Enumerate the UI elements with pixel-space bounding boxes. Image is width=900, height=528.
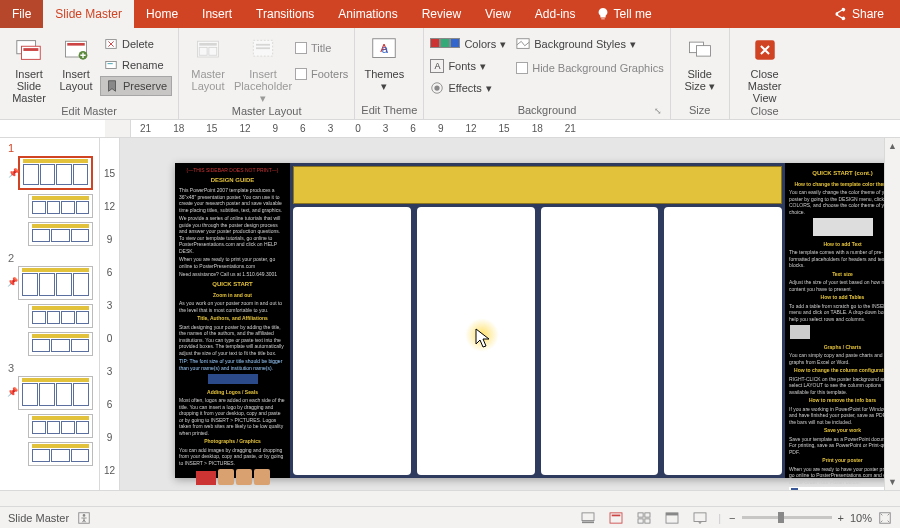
ruler-horizontal: 21181512963036912151821 (0, 120, 900, 138)
zoom-out-button[interactable]: − (729, 512, 735, 524)
layout-icon (62, 36, 90, 64)
ribbon: Insert Slide Master Insert Layout Delete… (0, 28, 900, 120)
title-checkbox[interactable]: Title (295, 38, 348, 58)
tell-me[interactable]: Tell me (596, 0, 652, 28)
effects-dropdown[interactable]: Effects ▾ (430, 78, 506, 98)
scroll-up-icon[interactable]: ▲ (885, 138, 900, 154)
insert-slide-master-button[interactable]: Insert Slide Master (6, 32, 52, 104)
insert-layout-button[interactable]: Insert Layout (56, 32, 96, 92)
bg-styles-icon (516, 37, 530, 51)
placeholder-icon (249, 36, 277, 64)
thumbnail-layout-2a[interactable] (28, 304, 93, 328)
poster-title-bar[interactable] (293, 166, 782, 204)
thumbnail-master-1[interactable]: 📌 (18, 156, 93, 190)
dialog-launcher-icon[interactable]: ⤡ (654, 104, 662, 118)
thumbnail-layout-1a[interactable] (28, 194, 93, 218)
tab-animations[interactable]: Animations (326, 0, 409, 28)
svg-rect-30 (612, 514, 621, 516)
thumbnail-pane[interactable]: 1 📌 2 📌 3 📌 (0, 138, 100, 490)
slide-size-button[interactable]: Slide Size ▾ (677, 32, 723, 92)
preserve-button[interactable]: Preserve (100, 76, 172, 96)
close-icon (752, 37, 778, 63)
footers-checkbox[interactable]: Footers (295, 64, 348, 84)
themes-button[interactable]: Aa Themes▾ (361, 32, 407, 92)
close-master-view-button[interactable]: Close Master View (736, 32, 794, 104)
svg-rect-10 (199, 43, 217, 46)
poster-column[interactable] (541, 207, 659, 475)
tab-insert[interactable]: Insert (190, 0, 244, 28)
rename-button[interactable]: Rename (100, 55, 172, 75)
thumbnail-layout-3b[interactable] (28, 442, 93, 466)
slide[interactable]: (—THIS SIDEBAR DOES NOT PRINT—) DESIGN G… (175, 163, 884, 478)
svg-rect-37 (694, 512, 706, 521)
thumbnail-master-2[interactable]: 📌 (18, 266, 93, 300)
reading-view-button[interactable] (662, 510, 682, 526)
svg-rect-36 (666, 512, 678, 515)
svg-rect-34 (645, 518, 650, 522)
tab-file[interactable]: File (0, 0, 43, 28)
sorter-view-button[interactable] (634, 510, 654, 526)
checkbox-icon (516, 62, 528, 74)
tab-slide-master[interactable]: Slide Master (43, 0, 134, 28)
fonts-icon: A (430, 59, 444, 73)
svg-point-20 (435, 85, 440, 90)
svg-point-26 (83, 514, 86, 517)
share-label: Share (852, 7, 884, 21)
group-size-label: Size (677, 103, 723, 119)
group-edit-master-label: Edit Master (6, 104, 172, 119)
thumbnail-layout-3a[interactable] (28, 414, 93, 438)
svg-rect-4 (67, 43, 85, 46)
svg-rect-28 (582, 521, 594, 523)
delete-button[interactable]: Delete (100, 34, 172, 54)
thumbnail-master-3[interactable]: 📌 (18, 376, 93, 410)
poster-column[interactable] (417, 207, 535, 475)
zoom-slider[interactable] (742, 516, 832, 519)
poster-column[interactable] (293, 207, 411, 475)
svg-rect-27 (582, 512, 594, 520)
thumbnail-layout-1b[interactable] (28, 222, 93, 246)
background-styles-dropdown[interactable]: Background Styles ▾ (516, 34, 663, 54)
poster-column[interactable] (664, 207, 782, 475)
status-bar: Slide Master | − + 10% (0, 506, 900, 528)
preserve-icon (105, 79, 119, 93)
svg-rect-32 (645, 512, 650, 516)
accessibility-icon[interactable] (77, 511, 91, 525)
svg-rect-33 (638, 518, 643, 522)
zoom-in-button[interactable]: + (838, 512, 844, 524)
thumb-number: 2 (4, 252, 95, 264)
slide-size-icon (685, 36, 715, 64)
share-icon (832, 7, 846, 21)
master-layout-icon (194, 36, 222, 64)
fit-to-window-button[interactable] (878, 511, 892, 525)
colors-dropdown[interactable]: Colors ▾ (430, 34, 506, 54)
rename-icon (104, 58, 118, 72)
scrollbar-vertical[interactable]: ▲ ▼ (884, 138, 900, 490)
svg-rect-15 (256, 47, 270, 49)
effects-icon (430, 81, 444, 95)
tell-me-label: Tell me (614, 7, 652, 21)
scroll-down-icon[interactable]: ▼ (885, 474, 900, 490)
group-background-label: Background⤡ (430, 103, 663, 119)
tab-home[interactable]: Home (134, 0, 190, 28)
tab-view[interactable]: View (473, 0, 523, 28)
fonts-dropdown[interactable]: AFonts ▾ (430, 56, 506, 76)
share-button[interactable]: Share (832, 7, 884, 21)
svg-text:a: a (382, 43, 389, 55)
tab-addins[interactable]: Add-ins (523, 0, 588, 28)
zoom-level[interactable]: 10% (850, 512, 872, 524)
slide-canvas[interactable]: (—THIS SIDEBAR DOES NOT PRINT—) DESIGN G… (120, 138, 884, 490)
tab-transitions[interactable]: Transitions (244, 0, 326, 28)
tab-review[interactable]: Review (410, 0, 473, 28)
poster-body[interactable] (290, 163, 785, 478)
svg-rect-29 (610, 512, 622, 522)
slideshow-button[interactable] (690, 510, 710, 526)
notes-button[interactable] (578, 510, 598, 526)
delete-icon (104, 37, 118, 51)
hide-bg-checkbox[interactable]: Hide Background Graphics (516, 58, 663, 78)
poster-left-sidebar: (—THIS SIDEBAR DOES NOT PRINT—) DESIGN G… (175, 163, 290, 478)
thumb-number: 3 (4, 362, 95, 374)
checkbox-icon (295, 68, 307, 80)
normal-view-button[interactable] (606, 510, 626, 526)
scrollbar-horizontal[interactable] (0, 490, 900, 506)
thumbnail-layout-2b[interactable] (28, 332, 93, 356)
